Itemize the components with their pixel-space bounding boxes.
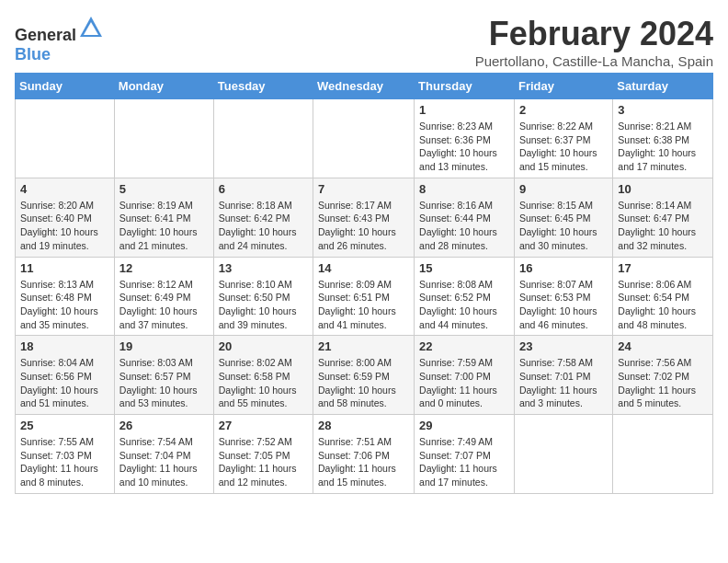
table-row: 28Sunrise: 7:51 AM Sunset: 7:06 PM Dayli… xyxy=(313,415,415,494)
week-row-1: 1Sunrise: 8:23 AM Sunset: 6:36 PM Daylig… xyxy=(16,99,713,178)
day-info: Sunrise: 8:09 AM Sunset: 6:51 PM Dayligh… xyxy=(318,278,409,332)
table-row: 23Sunrise: 7:58 AM Sunset: 7:01 PM Dayli… xyxy=(514,336,612,415)
day-number: 14 xyxy=(318,261,409,275)
day-info: Sunrise: 7:55 AM Sunset: 7:03 PM Dayligh… xyxy=(20,435,109,489)
table-row: 8Sunrise: 8:16 AM Sunset: 6:44 PM Daylig… xyxy=(415,178,515,257)
table-row: 13Sunrise: 8:10 AM Sunset: 6:50 PM Dayli… xyxy=(213,257,313,336)
day-info: Sunrise: 7:56 AM Sunset: 7:02 PM Dayligh… xyxy=(618,356,708,410)
day-number: 21 xyxy=(318,339,409,353)
day-info: Sunrise: 7:49 AM Sunset: 7:07 PM Dayligh… xyxy=(419,435,509,489)
week-row-3: 11Sunrise: 8:13 AM Sunset: 6:48 PM Dayli… xyxy=(16,257,713,336)
day-number: 28 xyxy=(318,419,409,432)
table-row: 26Sunrise: 7:54 AM Sunset: 7:04 PM Dayli… xyxy=(114,415,213,494)
col-monday: Monday xyxy=(114,74,213,99)
logo-general: General xyxy=(15,26,76,44)
day-info: Sunrise: 8:02 AM Sunset: 6:58 PM Dayligh… xyxy=(219,356,308,410)
logo-icon xyxy=(78,15,104,40)
day-number: 8 xyxy=(419,182,509,196)
day-info: Sunrise: 8:22 AM Sunset: 6:37 PM Dayligh… xyxy=(519,120,608,174)
day-info: Sunrise: 8:13 AM Sunset: 6:48 PM Dayligh… xyxy=(20,278,109,332)
table-row xyxy=(613,415,713,494)
table-row: 21Sunrise: 8:00 AM Sunset: 6:59 PM Dayli… xyxy=(313,336,415,415)
table-row: 4Sunrise: 8:20 AM Sunset: 6:40 PM Daylig… xyxy=(16,178,115,257)
day-info: Sunrise: 8:06 AM Sunset: 6:54 PM Dayligh… xyxy=(618,278,708,332)
table-row: 7Sunrise: 8:17 AM Sunset: 6:43 PM Daylig… xyxy=(313,178,415,257)
table-row: 2Sunrise: 8:22 AM Sunset: 6:37 PM Daylig… xyxy=(514,99,612,178)
table-row: 17Sunrise: 8:06 AM Sunset: 6:54 PM Dayli… xyxy=(613,257,713,336)
table-row: 16Sunrise: 8:07 AM Sunset: 6:53 PM Dayli… xyxy=(514,257,612,336)
table-row: 19Sunrise: 8:03 AM Sunset: 6:57 PM Dayli… xyxy=(114,336,213,415)
day-number: 1 xyxy=(419,103,509,117)
day-number: 26 xyxy=(119,419,209,432)
day-info: Sunrise: 8:17 AM Sunset: 6:43 PM Dayligh… xyxy=(318,199,409,253)
table-row: 25Sunrise: 7:55 AM Sunset: 7:03 PM Dayli… xyxy=(16,415,115,494)
day-info: Sunrise: 8:14 AM Sunset: 6:47 PM Dayligh… xyxy=(618,199,708,253)
location-subtitle: Puertollano, Castille-La Mancha, Spain xyxy=(475,53,713,69)
table-row: 29Sunrise: 7:49 AM Sunset: 7:07 PM Dayli… xyxy=(415,415,515,494)
day-info: Sunrise: 8:12 AM Sunset: 6:49 PM Dayligh… xyxy=(119,278,209,332)
table-row: 14Sunrise: 8:09 AM Sunset: 6:51 PM Dayli… xyxy=(313,257,415,336)
day-number: 10 xyxy=(618,182,708,196)
table-row: 1Sunrise: 8:23 AM Sunset: 6:36 PM Daylig… xyxy=(415,99,515,178)
day-info: Sunrise: 7:54 AM Sunset: 7:04 PM Dayligh… xyxy=(119,435,209,489)
day-info: Sunrise: 7:51 AM Sunset: 7:06 PM Dayligh… xyxy=(318,435,409,489)
day-info: Sunrise: 8:07 AM Sunset: 6:53 PM Dayligh… xyxy=(519,278,608,332)
day-number: 12 xyxy=(119,261,209,275)
day-info: Sunrise: 8:18 AM Sunset: 6:42 PM Dayligh… xyxy=(219,199,308,253)
day-number: 25 xyxy=(20,419,109,432)
day-number: 23 xyxy=(519,339,608,353)
table-row: 3Sunrise: 8:21 AM Sunset: 6:38 PM Daylig… xyxy=(613,99,713,178)
day-number: 19 xyxy=(119,339,209,353)
day-number: 24 xyxy=(618,339,708,353)
day-info: Sunrise: 8:15 AM Sunset: 6:45 PM Dayligh… xyxy=(519,199,608,253)
day-number: 15 xyxy=(419,261,509,275)
day-number: 6 xyxy=(219,182,308,196)
page-header: General Blue February 2024 Puertollano, … xyxy=(15,15,713,69)
week-row-2: 4Sunrise: 8:20 AM Sunset: 6:40 PM Daylig… xyxy=(16,178,713,257)
day-info: Sunrise: 8:04 AM Sunset: 6:56 PM Dayligh… xyxy=(20,356,109,410)
day-number: 17 xyxy=(618,261,708,275)
day-info: Sunrise: 8:21 AM Sunset: 6:38 PM Dayligh… xyxy=(618,120,708,174)
day-info: Sunrise: 8:23 AM Sunset: 6:36 PM Dayligh… xyxy=(419,120,509,174)
logo-blue: Blue xyxy=(15,45,51,63)
day-info: Sunrise: 8:20 AM Sunset: 6:40 PM Dayligh… xyxy=(20,199,109,253)
table-row xyxy=(514,415,612,494)
col-thursday: Thursday xyxy=(415,74,515,99)
day-number: 18 xyxy=(20,339,109,353)
day-number: 29 xyxy=(419,419,509,432)
table-row: 10Sunrise: 8:14 AM Sunset: 6:47 PM Dayli… xyxy=(613,178,713,257)
col-saturday: Saturday xyxy=(613,74,713,99)
col-sunday: Sunday xyxy=(16,74,115,99)
logo: General Blue xyxy=(15,15,104,64)
day-number: 4 xyxy=(20,182,109,196)
col-friday: Friday xyxy=(514,74,612,99)
day-info: Sunrise: 8:19 AM Sunset: 6:41 PM Dayligh… xyxy=(119,199,209,253)
table-row: 9Sunrise: 8:15 AM Sunset: 6:45 PM Daylig… xyxy=(514,178,612,257)
day-info: Sunrise: 7:59 AM Sunset: 7:00 PM Dayligh… xyxy=(419,356,509,410)
day-number: 20 xyxy=(219,339,308,353)
day-number: 27 xyxy=(219,419,308,432)
table-row xyxy=(114,99,213,178)
day-number: 2 xyxy=(519,103,608,117)
table-row: 18Sunrise: 8:04 AM Sunset: 6:56 PM Dayli… xyxy=(16,336,115,415)
table-row: 15Sunrise: 8:08 AM Sunset: 6:52 PM Dayli… xyxy=(415,257,515,336)
table-row: 22Sunrise: 7:59 AM Sunset: 7:00 PM Dayli… xyxy=(415,336,515,415)
day-number: 9 xyxy=(519,182,608,196)
month-title: February 2024 xyxy=(475,15,713,53)
table-row: 11Sunrise: 8:13 AM Sunset: 6:48 PM Dayli… xyxy=(16,257,115,336)
table-row: 5Sunrise: 8:19 AM Sunset: 6:41 PM Daylig… xyxy=(114,178,213,257)
col-tuesday: Tuesday xyxy=(213,74,313,99)
logo-text: General Blue xyxy=(15,15,104,64)
day-number: 11 xyxy=(20,261,109,275)
calendar-table: Sunday Monday Tuesday Wednesday Thursday… xyxy=(15,73,713,494)
day-number: 13 xyxy=(219,261,308,275)
day-number: 16 xyxy=(519,261,608,275)
day-info: Sunrise: 8:08 AM Sunset: 6:52 PM Dayligh… xyxy=(419,278,509,332)
week-row-4: 18Sunrise: 8:04 AM Sunset: 6:56 PM Dayli… xyxy=(16,336,713,415)
day-number: 5 xyxy=(119,182,209,196)
table-row xyxy=(213,99,313,178)
title-area: February 2024 Puertollano, Castille-La M… xyxy=(475,15,713,69)
day-info: Sunrise: 8:10 AM Sunset: 6:50 PM Dayligh… xyxy=(219,278,308,332)
day-info: Sunrise: 8:16 AM Sunset: 6:44 PM Dayligh… xyxy=(419,199,509,253)
col-wednesday: Wednesday xyxy=(313,74,415,99)
